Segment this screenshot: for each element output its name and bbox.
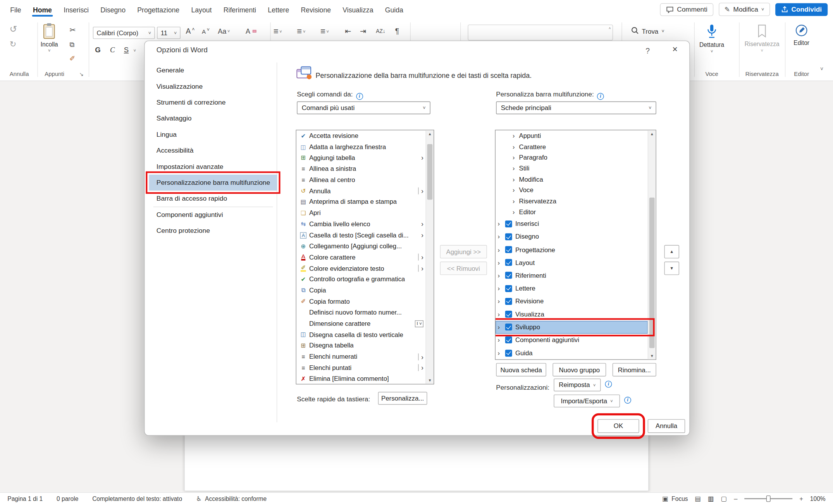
command-item[interactable]: Copia bbox=[296, 285, 426, 296]
pilcrow-button[interactable]: ¶ bbox=[395, 27, 399, 35]
move-up-button[interactable]: ▲ bbox=[664, 245, 679, 258]
multilevel-list-button[interactable]: ≡˅ bbox=[320, 27, 329, 36]
chevron-right-icon[interactable] bbox=[513, 165, 519, 172]
menu-tab[interactable]: Revisione bbox=[295, 1, 337, 18]
chevron-right-icon[interactable] bbox=[513, 197, 519, 205]
ribbon-tree-item[interactable]: Layout bbox=[496, 256, 648, 269]
ribbon-tree-item[interactable]: Visualizza bbox=[496, 308, 648, 320]
command-item[interactable]: Accetta revisione bbox=[296, 130, 426, 141]
command-item[interactable]: Disegna casella di testo verticale bbox=[296, 329, 426, 340]
options-nav-item[interactable]: Barra di accesso rapido bbox=[149, 191, 277, 206]
bold-button[interactable]: G bbox=[95, 46, 100, 54]
info-icon[interactable]: i bbox=[356, 93, 363, 100]
tab-checkbox[interactable] bbox=[505, 220, 512, 227]
command-item[interactable]: Annulla bbox=[296, 186, 426, 197]
font-name-dropdown[interactable]: Calibri (Corpo) ˅ bbox=[93, 27, 155, 39]
chevron-right-icon[interactable] bbox=[497, 285, 504, 292]
ribbon-tree-item[interactable]: Paragrafo bbox=[496, 152, 648, 163]
chevron-right-icon[interactable] bbox=[497, 272, 504, 279]
chevron-right-icon[interactable] bbox=[513, 154, 519, 161]
close-icon[interactable]: × bbox=[672, 44, 678, 55]
chevron-right-icon[interactable] bbox=[497, 298, 504, 305]
add-command-button[interactable]: Aggiungi >> bbox=[440, 245, 487, 258]
italic-button[interactable]: C bbox=[110, 46, 115, 55]
move-down-button[interactable]: ▼ bbox=[664, 261, 679, 275]
ribbon-tree-item[interactable]: Guida bbox=[496, 346, 648, 359]
scroll-up-icon[interactable]: ▲ bbox=[426, 132, 434, 136]
change-case-button[interactable]: Aa˅ bbox=[218, 27, 230, 35]
ok-button[interactable]: OK bbox=[597, 419, 639, 433]
scrollbar-thumb[interactable] bbox=[427, 144, 433, 200]
ribbon-tree-item[interactable]: Inserisci bbox=[496, 217, 648, 230]
sort-button[interactable]: AZ↓ bbox=[376, 28, 386, 34]
editor-button[interactable]: Editor bbox=[787, 24, 816, 46]
dictate-button[interactable]: Dettatura ˅ bbox=[695, 24, 728, 54]
new-group-button[interactable]: Nuovo gruppo bbox=[552, 363, 606, 376]
underline-button[interactable]: S bbox=[124, 46, 129, 54]
focus-button[interactable]: ▣ Focus bbox=[662, 495, 688, 502]
options-nav-item[interactable]: Accessibilità bbox=[149, 143, 277, 158]
command-item[interactable]: Anteprima di stampa e stampa bbox=[296, 196, 426, 208]
menu-tab[interactable]: Layout bbox=[185, 1, 217, 18]
command-item[interactable]: Collegamento [Aggiungi colleg... bbox=[296, 241, 426, 252]
web-layout-icon[interactable]: ▢ bbox=[721, 495, 727, 502]
zoom-slider-thumb[interactable] bbox=[766, 495, 771, 502]
chevron-right-icon[interactable] bbox=[513, 143, 519, 150]
ribbon-tree-item[interactable]: Riferimenti bbox=[496, 269, 648, 282]
tab-checkbox[interactable] bbox=[505, 337, 512, 344]
paste-button[interactable]: Incolla ˅ bbox=[41, 22, 58, 53]
options-nav-item[interactable]: Impostazioni avanzate bbox=[149, 158, 277, 174]
command-item[interactable]: Apri bbox=[296, 208, 426, 219]
info-icon[interactable]: i bbox=[624, 397, 631, 404]
zoom-out-button[interactable]: – bbox=[734, 495, 737, 502]
ribbon-tree-item[interactable]: Lettere bbox=[496, 282, 648, 295]
increase-indent-button[interactable]: ⇥ bbox=[360, 27, 366, 35]
chevron-right-icon[interactable] bbox=[497, 233, 504, 240]
chevron-right-icon[interactable] bbox=[513, 208, 519, 215]
ribbon-tree-item[interactable]: Revisione bbox=[496, 295, 648, 308]
info-icon[interactable]: i bbox=[605, 381, 612, 388]
customize-ribbon-dropdown[interactable]: Schede principali ˅ bbox=[496, 101, 656, 114]
word-count[interactable]: 0 parole bbox=[57, 495, 78, 502]
command-item[interactable]: Allinea al centro bbox=[296, 174, 426, 186]
tab-checkbox[interactable] bbox=[505, 285, 512, 292]
numbered-list-button[interactable]: ≡˅ bbox=[297, 27, 305, 36]
options-nav-item[interactable]: Salvataggio bbox=[149, 110, 277, 126]
options-nav-item[interactable]: Strumenti di correzione bbox=[149, 95, 277, 110]
reset-button[interactable]: Reimposta˅ bbox=[554, 378, 601, 391]
command-item[interactable]: Colore carattere bbox=[296, 252, 426, 263]
command-item[interactable]: Dimensione carattere bbox=[296, 318, 426, 329]
page-indicator[interactable]: Pagina 1 di 1 bbox=[7, 495, 43, 502]
menu-tab[interactable]: Home bbox=[27, 1, 58, 18]
sensitivity-button[interactable]: Riservatezza ˅ bbox=[742, 24, 782, 53]
redo-icon[interactable]: ↻ bbox=[10, 40, 16, 49]
options-nav-item[interactable]: Generale bbox=[149, 62, 277, 78]
command-item[interactable]: Aggiungi tabella bbox=[296, 152, 426, 163]
commands-scrollbar[interactable]: ▲ ▼ bbox=[425, 130, 434, 384]
chevron-right-icon[interactable] bbox=[497, 349, 504, 356]
underline-dropdown[interactable]: ˅ bbox=[134, 48, 136, 53]
ribbon-tree-item[interactable]: Stili bbox=[496, 163, 648, 174]
tab-checkbox[interactable] bbox=[505, 349, 512, 356]
scroll-up-icon[interactable]: ▲ bbox=[648, 132, 656, 136]
ribbon-tree-item[interactable]: Carattere bbox=[496, 141, 648, 152]
remove-command-button[interactable]: << Rimuovi bbox=[440, 261, 487, 275]
chevron-right-icon[interactable] bbox=[497, 246, 504, 253]
comments-button[interactable]: Commenti bbox=[660, 3, 713, 16]
tab-checkbox[interactable] bbox=[505, 233, 512, 240]
options-nav-item[interactable]: Centro protezione bbox=[149, 223, 277, 239]
command-item[interactable]: Controllo ortografia e grammatica bbox=[296, 274, 426, 285]
ribbon-tree-item[interactable]: Voce bbox=[496, 185, 648, 196]
menu-tab[interactable]: Guida bbox=[379, 1, 409, 18]
command-item[interactable]: Copia formato bbox=[296, 296, 426, 307]
tab-checkbox[interactable] bbox=[505, 298, 512, 305]
collapse-ribbon-icon[interactable]: ˅ bbox=[820, 66, 823, 72]
tab-checkbox[interactable] bbox=[505, 259, 512, 266]
tab-checkbox[interactable] bbox=[505, 272, 512, 279]
chevron-right-icon[interactable] bbox=[513, 186, 519, 194]
chevron-right-icon[interactable] bbox=[497, 336, 504, 344]
shrink-font-button[interactable]: A˅ bbox=[202, 28, 210, 35]
scroll-down-icon[interactable]: ▼ bbox=[648, 354, 656, 358]
chevron-right-icon[interactable] bbox=[497, 220, 504, 227]
zoom-level[interactable]: 100% bbox=[810, 495, 826, 502]
